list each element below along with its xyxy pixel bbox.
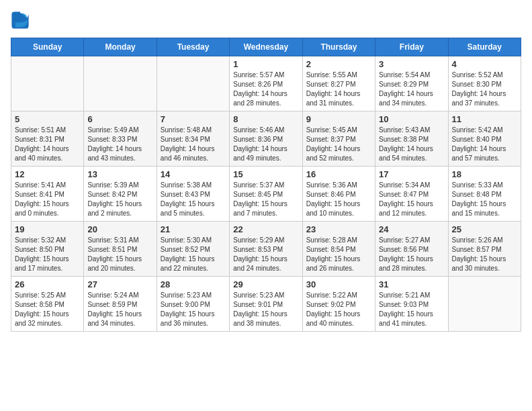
header-monday: Monday [84,38,157,56]
calendar-cell: 22Sunrise: 5:29 AM Sunset: 8:53 PM Dayli… [230,222,302,277]
calendar-week-5: 26Sunrise: 5:25 AM Sunset: 8:58 PM Dayli… [11,277,521,332]
day-info: Sunrise: 5:48 AM Sunset: 8:34 PM Dayligh… [161,126,226,163]
logo [11,11,32,30]
calendar-cell: 1Sunrise: 5:57 AM Sunset: 8:26 PM Daylig… [230,56,302,111]
calendar-week-4: 19Sunrise: 5:32 AM Sunset: 8:50 PM Dayli… [11,222,521,277]
header-wednesday: Wednesday [230,38,302,56]
calendar-cell: 30Sunrise: 5:22 AM Sunset: 9:02 PM Dayli… [302,277,375,332]
day-info: Sunrise: 5:31 AM Sunset: 8:51 PM Dayligh… [87,236,152,273]
day-info: Sunrise: 5:52 AM Sunset: 8:30 PM Dayligh… [452,71,517,108]
day-number: 30 [306,279,371,289]
calendar-cell: 8Sunrise: 5:46 AM Sunset: 8:36 PM Daylig… [230,111,302,167]
day-number: 4 [452,59,517,69]
day-info: Sunrise: 5:57 AM Sunset: 8:26 PM Dayligh… [233,71,298,108]
day-number: 23 [306,224,371,234]
header-sunday: Sunday [11,38,84,56]
calendar-cell: 28Sunrise: 5:23 AM Sunset: 9:00 PM Dayli… [157,277,229,332]
calendar-cell: 3Sunrise: 5:54 AM Sunset: 8:29 PM Daylig… [375,56,448,111]
day-number: 11 [452,114,517,124]
calendar-cell: 29Sunrise: 5:23 AM Sunset: 9:01 PM Dayli… [230,277,302,332]
day-info: Sunrise: 5:23 AM Sunset: 9:00 PM Dayligh… [161,291,226,328]
day-number: 29 [233,279,298,289]
calendar-cell: 12Sunrise: 5:41 AM Sunset: 8:41 PM Dayli… [11,167,84,222]
day-info: Sunrise: 5:33 AM Sunset: 8:48 PM Dayligh… [452,181,517,218]
day-number: 31 [379,279,444,289]
day-number: 27 [87,279,152,289]
day-number: 20 [87,224,152,234]
calendar-cell: 2Sunrise: 5:55 AM Sunset: 8:27 PM Daylig… [302,56,375,111]
day-info: Sunrise: 5:54 AM Sunset: 8:29 PM Dayligh… [379,71,444,108]
day-info: Sunrise: 5:37 AM Sunset: 8:45 PM Dayligh… [233,181,298,218]
day-info: Sunrise: 5:28 AM Sunset: 8:54 PM Dayligh… [306,236,371,273]
calendar-cell: 6Sunrise: 5:49 AM Sunset: 8:33 PM Daylig… [84,111,157,167]
calendar-cell: 17Sunrise: 5:34 AM Sunset: 8:47 PM Dayli… [375,167,448,222]
day-number: 15 [233,169,298,179]
calendar-cell: 20Sunrise: 5:31 AM Sunset: 8:51 PM Dayli… [84,222,157,277]
day-info: Sunrise: 5:22 AM Sunset: 9:02 PM Dayligh… [306,291,371,328]
day-info: Sunrise: 5:25 AM Sunset: 8:58 PM Dayligh… [15,291,80,328]
day-number: 13 [87,169,152,179]
day-info: Sunrise: 5:42 AM Sunset: 8:40 PM Dayligh… [452,126,517,163]
day-info: Sunrise: 5:29 AM Sunset: 8:53 PM Dayligh… [233,236,298,273]
day-number: 28 [161,279,226,289]
day-number: 1 [233,59,298,69]
day-info: Sunrise: 5:21 AM Sunset: 9:03 PM Dayligh… [379,291,444,328]
calendar-cell: 19Sunrise: 5:32 AM Sunset: 8:50 PM Dayli… [11,222,84,277]
calendar-cell: 10Sunrise: 5:43 AM Sunset: 8:38 PM Dayli… [375,111,448,167]
day-number: 25 [452,224,517,234]
day-number: 16 [306,169,371,179]
day-info: Sunrise: 5:51 AM Sunset: 8:31 PM Dayligh… [15,126,80,163]
calendar-cell: 18Sunrise: 5:33 AM Sunset: 8:48 PM Dayli… [448,167,521,222]
day-info: Sunrise: 5:43 AM Sunset: 8:38 PM Dayligh… [379,126,444,163]
day-number: 7 [161,114,226,124]
day-info: Sunrise: 5:27 AM Sunset: 8:56 PM Dayligh… [379,236,444,273]
calendar-cell: 16Sunrise: 5:36 AM Sunset: 8:46 PM Dayli… [302,167,375,222]
header-friday: Friday [375,38,448,56]
calendar-cell [157,56,229,111]
day-number: 3 [379,59,444,69]
calendar-week-1: 1Sunrise: 5:57 AM Sunset: 8:26 PM Daylig… [11,56,521,111]
day-info: Sunrise: 5:32 AM Sunset: 8:50 PM Dayligh… [15,236,80,273]
calendar-cell: 21Sunrise: 5:30 AM Sunset: 8:52 PM Dayli… [157,222,229,277]
day-info: Sunrise: 5:23 AM Sunset: 9:01 PM Dayligh… [233,291,298,328]
calendar-week-2: 5Sunrise: 5:51 AM Sunset: 8:31 PM Daylig… [11,111,521,167]
day-number: 17 [379,169,444,179]
day-info: Sunrise: 5:46 AM Sunset: 8:36 PM Dayligh… [233,126,298,163]
day-number: 19 [15,224,80,234]
day-number: 24 [379,224,444,234]
calendar-cell: 11Sunrise: 5:42 AM Sunset: 8:40 PM Dayli… [448,111,521,167]
day-info: Sunrise: 5:36 AM Sunset: 8:46 PM Dayligh… [306,181,371,218]
day-info: Sunrise: 5:45 AM Sunset: 8:37 PM Dayligh… [306,126,371,163]
calendar-cell: 4Sunrise: 5:52 AM Sunset: 8:30 PM Daylig… [448,56,521,111]
calendar-cell [448,277,521,332]
calendar-cell: 25Sunrise: 5:26 AM Sunset: 8:57 PM Dayli… [448,222,521,277]
day-number: 26 [15,279,80,289]
day-info: Sunrise: 5:49 AM Sunset: 8:33 PM Dayligh… [87,126,152,163]
day-number: 22 [233,224,298,234]
day-info: Sunrise: 5:30 AM Sunset: 8:52 PM Dayligh… [161,236,226,273]
page-header [11,11,521,30]
calendar-cell [84,56,157,111]
header-thursday: Thursday [302,38,375,56]
day-info: Sunrise: 5:39 AM Sunset: 8:42 PM Dayligh… [87,181,152,218]
header-tuesday: Tuesday [157,38,229,56]
calendar-cell: 7Sunrise: 5:48 AM Sunset: 8:34 PM Daylig… [157,111,229,167]
calendar-cell: 27Sunrise: 5:24 AM Sunset: 8:59 PM Dayli… [84,277,157,332]
calendar-cell: 26Sunrise: 5:25 AM Sunset: 8:58 PM Dayli… [11,277,84,332]
calendar-cell: 31Sunrise: 5:21 AM Sunset: 9:03 PM Dayli… [375,277,448,332]
calendar-cell: 15Sunrise: 5:37 AM Sunset: 8:45 PM Dayli… [230,167,302,222]
day-info: Sunrise: 5:26 AM Sunset: 8:57 PM Dayligh… [452,236,517,273]
day-number: 2 [306,59,371,69]
calendar-cell: 14Sunrise: 5:38 AM Sunset: 8:43 PM Dayli… [157,167,229,222]
calendar-cell: 23Sunrise: 5:28 AM Sunset: 8:54 PM Dayli… [302,222,375,277]
day-number: 10 [379,114,444,124]
calendar-cell: 9Sunrise: 5:45 AM Sunset: 8:37 PM Daylig… [302,111,375,167]
day-number: 9 [306,114,371,124]
calendar-table: SundayMondayTuesdayWednesdayThursdayFrid… [11,38,521,332]
calendar-cell [11,56,84,111]
day-number: 18 [452,169,517,179]
day-number: 5 [15,114,80,124]
day-number: 8 [233,114,298,124]
day-info: Sunrise: 5:55 AM Sunset: 8:27 PM Dayligh… [306,71,371,108]
day-info: Sunrise: 5:24 AM Sunset: 8:59 PM Dayligh… [87,291,152,328]
